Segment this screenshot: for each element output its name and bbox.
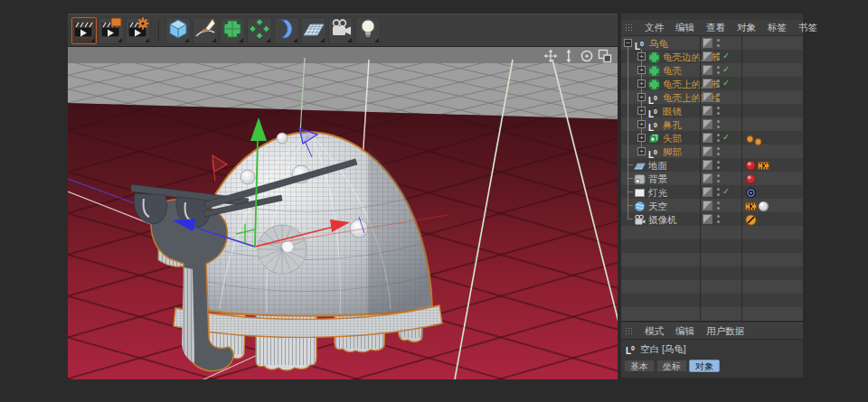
layer-color-box[interactable] — [703, 160, 712, 170]
visibility-dots[interactable] — [717, 134, 721, 143]
visibility-dots[interactable] — [717, 120, 721, 129]
expand-toggle[interactable]: + — [637, 52, 646, 61]
layer-color-box[interactable] — [703, 79, 712, 89]
tree-row-龟壳上的圆柱[interactable]: +L0龟壳上的圆柱 — [621, 90, 803, 104]
tree-row-龟壳[interactable]: +龟壳✓ — [621, 63, 803, 77]
tree-row-灯光[interactable]: 灯光✓ — [621, 185, 803, 199]
expand-toggle[interactable]: + — [637, 93, 646, 101]
object-label[interactable]: 摄像机 — [648, 214, 677, 227]
draw-spline-button[interactable] — [193, 17, 218, 44]
floor-environment-button[interactable] — [301, 17, 326, 44]
visibility-dots[interactable] — [717, 188, 721, 197]
material-gray-tag-icon[interactable] — [758, 200, 769, 211]
layer-color-box[interactable] — [703, 119, 712, 129]
tree-row-背景[interactable]: 背景 — [621, 172, 803, 185]
rotate-icon[interactable] — [580, 49, 594, 63]
tree-row-龟壳边的皮带[interactable]: +龟壳边的皮带✓ — [621, 50, 803, 63]
object-label[interactable]: 头部 — [663, 133, 682, 145]
tree-row-眼镜[interactable]: +L0眼镜 — [621, 104, 803, 117]
tree-row-天空[interactable]: 天空 — [621, 199, 803, 212]
object-label[interactable]: 背景 — [648, 173, 667, 186]
render-view-button[interactable] — [71, 17, 97, 44]
tree-row-头部[interactable]: +头部✓ — [621, 131, 803, 145]
layer-color-box[interactable] — [703, 173, 712, 183]
object-manager-menu-item-5[interactable]: 书签 — [798, 22, 817, 34]
layer-color-box[interactable] — [703, 92, 712, 102]
enabled-checkmark[interactable]: ✓ — [722, 186, 730, 196]
object-manager-menu-item-1[interactable]: 编辑 — [675, 22, 694, 34]
layer-color-box[interactable] — [703, 214, 712, 224]
panel-drag-handle-icon[interactable] — [625, 23, 633, 33]
tree-row-摄像机[interactable]: 摄像机 — [621, 212, 803, 226]
protection-tag-icon[interactable] — [745, 213, 757, 225]
enabled-checkmark[interactable]: ✓ — [722, 78, 730, 88]
object-manager-menu-item-4[interactable]: 标签 — [768, 22, 787, 34]
viewport-3d[interactable] — [68, 47, 618, 379]
object-manager-menu-item-0[interactable]: 文件 — [645, 22, 664, 34]
edit-render-settings-button[interactable] — [126, 17, 151, 44]
material-red-tag-icon[interactable] — [745, 159, 757, 171]
visibility-dots[interactable] — [717, 79, 721, 89]
object-label[interactable]: 灯光 — [648, 187, 667, 200]
layer-color-box[interactable] — [703, 106, 712, 116]
enabled-checkmark[interactable]: ✓ — [722, 64, 730, 74]
visibility-dots[interactable] — [717, 201, 721, 210]
expand-toggle[interactable]: − — [624, 39, 632, 47]
object-label[interactable]: 天空 — [648, 201, 667, 213]
array-generator-button[interactable] — [247, 17, 272, 44]
expand-toggle[interactable]: + — [637, 107, 646, 115]
tree-row-地面[interactable]: 地面 — [621, 158, 803, 172]
panel-drag-handle-icon[interactable] — [625, 327, 633, 336]
visibility-dots[interactable] — [717, 161, 721, 170]
enabled-checkmark[interactable]: ✓ — [722, 51, 730, 61]
tree-row-龟壳上的皮带[interactable]: +龟壳上的皮带✓ — [621, 77, 803, 90]
compositing-tag-icon[interactable] — [758, 159, 769, 171]
object-manager-menu-item-3[interactable]: 对象 — [737, 22, 756, 34]
visibility-dots[interactable] — [717, 39, 721, 48]
tree-row-脚部[interactable]: +L0脚部 — [621, 145, 803, 158]
attribute-manager-menu-item-1[interactable]: 编辑 — [675, 325, 694, 338]
layer-color-box[interactable] — [703, 51, 712, 61]
object-manager-menu-item-2[interactable]: 查看 — [706, 22, 725, 34]
expand-toggle[interactable]: + — [637, 147, 646, 155]
attribute-manager-menu-item-0[interactable]: 模式 — [645, 325, 664, 338]
attribute-manager-menu-item-2[interactable]: 用户数据 — [706, 325, 744, 338]
expand-toggle[interactable]: + — [637, 120, 646, 128]
object-label[interactable]: 龟壳 — [663, 65, 682, 78]
tab-坐标[interactable]: 坐标 — [656, 360, 687, 372]
layer-color-box[interactable] — [703, 65, 712, 75]
layer-color-box[interactable] — [703, 38, 712, 48]
visibility-dots[interactable] — [717, 107, 721, 116]
expand-toggle[interactable]: + — [637, 134, 646, 142]
visibility-dots[interactable] — [717, 66, 721, 75]
expand-toggle[interactable]: + — [637, 79, 646, 88]
object-label[interactable]: 地面 — [648, 160, 667, 173]
tab-对象[interactable]: 对象 — [689, 360, 720, 372]
toggle-view-icon[interactable] — [598, 49, 612, 63]
object-label[interactable]: 鼻孔 — [663, 119, 682, 132]
enabled-checkmark[interactable]: ✓ — [722, 132, 730, 142]
subdivision-surface-button[interactable] — [220, 17, 245, 44]
tree-row-鼻孔[interactable]: +L0鼻孔 — [621, 117, 803, 131]
tree-row-乌龟[interactable]: −L0乌龟 — [621, 36, 803, 50]
layer-color-box[interactable] — [703, 146, 712, 156]
visibility-dots[interactable] — [717, 93, 721, 102]
visibility-dots[interactable] — [717, 52, 721, 61]
bend-deformer-button[interactable] — [274, 17, 299, 44]
layer-color-box[interactable] — [703, 187, 712, 197]
light-button[interactable] — [355, 17, 381, 44]
object-label[interactable]: 脚部 — [663, 146, 682, 159]
visibility-dots[interactable] — [717, 215, 721, 224]
visibility-dots[interactable] — [717, 147, 721, 156]
render-to-picture-viewer-button[interactable] — [99, 17, 124, 44]
object-label[interactable]: 眼镜 — [663, 106, 682, 118]
camera-button[interactable] — [328, 17, 354, 44]
expand-toggle[interactable]: + — [637, 66, 646, 74]
tab-基本[interactable]: 基本 — [624, 360, 655, 372]
zoom-icon[interactable] — [561, 49, 576, 63]
add-cube-button[interactable] — [165, 17, 191, 44]
target-tag-icon[interactable] — [745, 186, 757, 198]
layer-color-box[interactable] — [703, 133, 712, 143]
layer-color-box[interactable] — [703, 201, 712, 210]
pan-icon[interactable] — [543, 49, 558, 63]
